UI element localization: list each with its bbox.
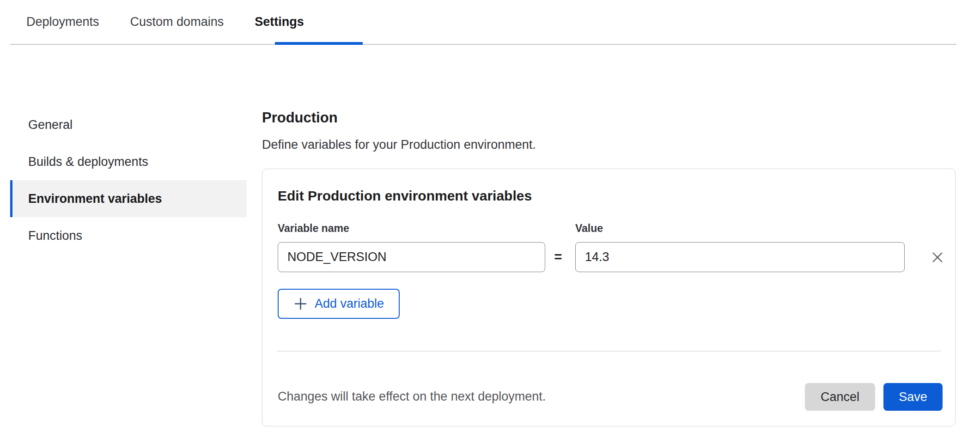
environment-variables-card: Edit Production environment variables Va… [262, 169, 956, 426]
plus-icon [293, 297, 308, 311]
sidebar-item-functions[interactable]: Functions [10, 217, 247, 254]
close-icon [930, 249, 945, 265]
tab-custom-domains[interactable]: Custom domains [130, 15, 224, 29]
cancel-button[interactable]: Cancel [805, 383, 875, 411]
save-button[interactable]: Save [883, 383, 943, 411]
value-label: Value [575, 222, 603, 235]
footer-note: Changes will take effect on the next dep… [278, 389, 546, 404]
sidebar-item-builds-deployments[interactable]: Builds & deployments [10, 143, 247, 180]
card-title: Edit Production environment variables [278, 188, 532, 204]
remove-variable-button[interactable] [929, 249, 946, 266]
add-variable-button[interactable]: Add variable [278, 289, 400, 319]
equals-sign: = [545, 242, 571, 272]
settings-sidebar: General Builds & deployments Environment… [10, 106, 247, 254]
add-variable-label: Add variable [315, 297, 384, 311]
variable-name-input[interactable] [278, 242, 545, 272]
tab-settings[interactable]: Settings [255, 15, 304, 29]
section-title: Production [262, 110, 338, 126]
variable-name-label: Variable name [278, 222, 349, 235]
section-description: Define variables for your Production env… [262, 138, 536, 152]
active-tab-indicator [275, 42, 363, 45]
card-divider [277, 351, 941, 352]
sidebar-item-general[interactable]: General [10, 106, 247, 143]
variable-value-input[interactable] [575, 242, 905, 272]
project-tab-bar: Deployments Custom domains Settings [10, 0, 956, 45]
tab-deployments[interactable]: Deployments [26, 15, 99, 29]
sidebar-item-environment-variables[interactable]: Environment variables [10, 180, 247, 217]
